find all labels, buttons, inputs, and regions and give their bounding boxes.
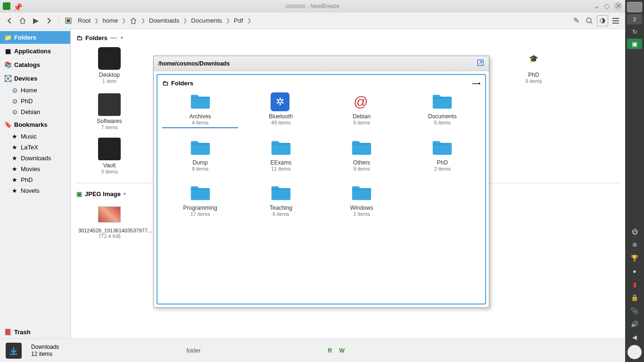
folders-group-header: 🗀 Folders —• — [76, 34, 619, 41]
trash-icon: 📕 — [5, 329, 11, 336]
sidebar-item-movies[interactable]: ★Movies — [0, 164, 70, 174]
search-icon[interactable] — [584, 15, 595, 26]
sidebar-folders[interactable]: 📁 Folders — [0, 31, 70, 44]
panel-arrow-icon[interactable]: ◀ — [627, 332, 642, 342]
sidebar-item-home[interactable]: ⊙Home — [0, 85, 70, 96]
chevron-right-icon: ❯ — [94, 17, 99, 24]
folder-icon — [190, 92, 211, 110]
close-button[interactable]: ✕ — [614, 2, 622, 10]
folder-icon — [190, 184, 211, 202]
popup-item-eexams[interactable]: EExams 11 items — [243, 137, 319, 173]
star-icon: ★ — [11, 133, 18, 140]
popup-item-documents[interactable]: Documents 5 items — [405, 90, 480, 128]
popup-item-archives[interactable]: Archives 4 items — [162, 90, 238, 128]
menu-icon[interactable] — [610, 15, 621, 26]
panel-dot-icon[interactable]: ● — [627, 266, 642, 276]
contrast-icon[interactable] — [597, 15, 608, 26]
apps-icon: ▦ — [5, 48, 11, 55]
file-item-vault[interactable]: Vault 3 items — [76, 136, 142, 176]
star-icon: ★ — [11, 144, 18, 151]
back-button[interactable] — [4, 15, 15, 26]
crumb-downloads[interactable]: Downloads — [147, 16, 181, 25]
toolbar: ▶ Root ❯ home ❯ ❯ Downloads ❯ Documents … — [0, 12, 625, 29]
chevron-right-icon: ❯ — [122, 17, 126, 24]
file-item-jpeg[interactable]: 30124528_191361403537977... 772.4 KiB — [76, 201, 142, 241]
sidebar-item-novels[interactable]: ★Novels — [0, 185, 70, 196]
sidebar-devices[interactable]: 💽 Devices — [0, 72, 70, 85]
popup-item-windows[interactable]: Windows 2 items — [324, 182, 400, 219]
panel-volume-icon[interactable]: 🔊 — [627, 319, 642, 329]
popup-item-others[interactable]: Others 9 items — [324, 137, 400, 173]
sidebar-item-music[interactable]: ★Music — [0, 131, 70, 142]
dot-icon[interactable]: • — [478, 80, 480, 87]
root-icon[interactable] — [63, 15, 74, 26]
popup-item-programming[interactable]: Programming 17 items — [162, 182, 238, 219]
minimize-button[interactable]: ⌄ — [593, 3, 600, 9]
sidebar-bookmarks[interactable]: 🔖 Bookmarks — [0, 118, 70, 131]
external-link-icon[interactable] — [477, 59, 484, 68]
sidebar-item-debian[interactable]: ⊙Debian — [0, 107, 70, 117]
popup-item-bluetooth[interactable]: ✲ Bluetooth 49 items — [243, 90, 319, 128]
panel-bluetooth-icon[interactable]: ✲ — [627, 239, 642, 250]
folder-icon — [432, 92, 453, 110]
svg-point-2 — [586, 18, 591, 23]
devices-icon: 💽 — [5, 75, 11, 82]
panel-battery-icon[interactable]: ▮ — [627, 279, 642, 289]
collapse-icon[interactable]: — — [472, 80, 478, 87]
panel-refresh-icon[interactable]: ↻ — [627, 26, 642, 37]
panel-clock-icon[interactable] — [627, 345, 642, 359]
popup-window: /home/cosmos/Downloads 🗀 Folders —• Arch… — [153, 56, 489, 308]
edit-icon[interactable]: ✎ — [570, 15, 582, 26]
sidebar-item-phd-bm[interactable]: ★PhD — [0, 174, 70, 185]
system-panel: 2 ↻ ▣ ⏻ ✲ 🏆 ● ▮ 🔒 📎 🔊 ◀ — [625, 0, 644, 362]
panel-window-icon[interactable] — [627, 2, 642, 12]
star-icon: ★ — [11, 188, 18, 194]
file-item-softwares[interactable]: Softwares 7 items — [76, 91, 142, 132]
vault-icon — [98, 138, 121, 160]
folder-icon: 📁 — [5, 34, 11, 41]
popup-item-phd[interactable]: PhD 2 items — [405, 137, 480, 173]
status-count: 12 items — [31, 351, 59, 357]
forward-play-button[interactable]: ▶ — [30, 15, 41, 26]
forward-button[interactable] — [43, 15, 55, 26]
panel-clip-icon[interactable]: 📎 — [627, 305, 642, 316]
panel-trophy-icon[interactable]: 🏆 — [627, 253, 642, 263]
star-icon: ★ — [11, 155, 18, 162]
crumb-pdf[interactable]: Pdf — [232, 16, 245, 25]
popup-item-teaching[interactable]: Teaching 6 items — [243, 182, 319, 219]
panel-power-icon[interactable]: ⏻ — [627, 226, 642, 237]
catalog-icon: 📚 — [5, 62, 11, 68]
image-thumb — [98, 203, 121, 226]
popup-item-debian[interactable]: @ Debian 5 items — [324, 90, 400, 128]
folder-icon — [351, 139, 372, 156]
panel-terminal-icon[interactable]: ▣ — [627, 39, 642, 49]
collapse-icon[interactable]: — — [110, 34, 117, 41]
sidebar-applications[interactable]: ▦ Applications — [0, 45, 70, 58]
file-item-desktop[interactable]: Desktop 1 item — [76, 45, 142, 86]
crumb-documents[interactable]: Documents — [189, 16, 224, 25]
home-crumb-icon[interactable] — [128, 15, 139, 26]
dot-icon[interactable]: • — [121, 34, 123, 41]
panel-lock-icon[interactable]: 🔒 — [627, 292, 642, 303]
download-icon[interactable] — [6, 343, 22, 359]
sidebar-trash[interactable]: 📕 Trash — [5, 329, 31, 336]
file-item-phd[interactable]: 🎓 PhD 9 items — [501, 45, 567, 86]
sidebar-item-latex[interactable]: ★LaTeX — [0, 142, 70, 153]
sidebar-catalogs[interactable]: 📚 Catalogs — [0, 58, 70, 71]
folder-outline-icon: 🗀 — [76, 34, 83, 41]
dot-icon[interactable]: • — [124, 190, 126, 197]
crumb-root[interactable]: Root — [76, 16, 92, 25]
panel-badge[interactable]: 2 — [627, 14, 642, 25]
crumb-home[interactable]: home — [100, 16, 120, 25]
sidebar-item-phd[interactable]: ⊙PhD — [0, 96, 70, 107]
popup-item-dump[interactable]: Dump 9 items — [162, 137, 238, 173]
folder-icon: ✲ — [271, 92, 291, 110]
maximize-button[interactable]: ◇ — [603, 3, 610, 9]
sidebar-item-downloads[interactable]: ★Downloads — [0, 153, 70, 164]
status-rw: R W — [328, 347, 347, 354]
home-button[interactable] — [17, 15, 28, 26]
app-icon — [3, 2, 10, 10]
folder-icon — [271, 184, 291, 202]
popup-titlebar[interactable]: /home/cosmos/Downloads — [154, 56, 489, 71]
pin-icon[interactable]: 📌 — [13, 3, 20, 9]
